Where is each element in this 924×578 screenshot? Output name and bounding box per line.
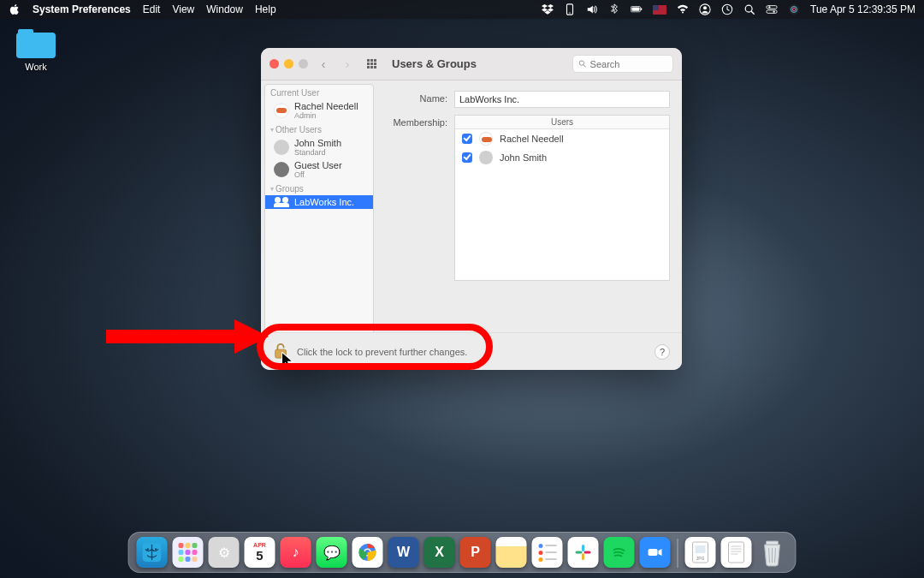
dock-app-slack[interactable] — [568, 537, 599, 568]
dock-app-powerpoint[interactable]: P — [460, 537, 491, 568]
dock: ⚙︎ APR5 ♪ 💬 W X P JPG — [128, 532, 797, 573]
dock-app-finder[interactable] — [137, 537, 168, 568]
svg-point-14 — [789, 4, 799, 15]
dock-app-excel[interactable]: X — [424, 537, 455, 568]
sidebar-current-user[interactable]: Rachel Needell Admin — [265, 99, 373, 122]
svg-rect-28 — [576, 551, 583, 554]
menu-edit[interactable]: Edit — [143, 3, 161, 15]
dock-file-jpg[interactable]: JPG — [685, 537, 716, 568]
member-row[interactable]: Rachel Needell — [455, 129, 669, 148]
user-name: Rachel Needell — [294, 101, 358, 111]
app-name[interactable]: System Preferences — [33, 3, 131, 15]
clock-icon[interactable] — [721, 3, 733, 15]
svg-marker-20 — [106, 319, 269, 354]
minimize-button[interactable] — [284, 59, 293, 69]
sidebar-header-current-user: Current User — [265, 85, 373, 99]
svg-point-6 — [703, 6, 707, 9]
dock-app-notes[interactable] — [496, 537, 527, 568]
user-role: Standard — [294, 148, 341, 157]
dock-app-music[interactable]: ♪ — [281, 537, 311, 568]
name-label: Name: — [386, 91, 447, 104]
apple-menu-icon[interactable] — [9, 3, 21, 15]
checkbox-icon[interactable] — [462, 134, 472, 144]
avatar-icon — [274, 103, 289, 118]
desktop-folder-label: Work — [10, 62, 62, 72]
menu-help[interactable]: Help — [255, 3, 276, 15]
menu-window[interactable]: Window — [206, 3, 243, 15]
users-and-groups-window: ‹ › Users & Groups Current User Rachel N… — [261, 48, 682, 370]
wifi-icon[interactable] — [677, 3, 689, 15]
sidebar-group-labworks[interactable]: LabWorks Inc. — [265, 195, 373, 209]
dock-file-text[interactable] — [721, 537, 752, 568]
dock-trash[interactable] — [757, 537, 788, 568]
sidebar-user-john[interactable]: John Smith Standard — [265, 136, 373, 158]
desktop-folder-work[interactable]: Work — [10, 29, 62, 72]
group-detail-panel: Name: Membership: Users Rachel Needell J… — [374, 80, 682, 370]
sidebar-user-guest[interactable]: Guest User Off — [265, 158, 373, 181]
membership-label: Membership: — [386, 115, 447, 128]
dock-app-launchpad[interactable] — [173, 537, 204, 568]
membership-column-header: Users — [455, 116, 669, 129]
dock-app-reminders[interactable] — [532, 537, 563, 568]
svg-rect-40 — [767, 541, 779, 545]
svg-rect-3 — [631, 8, 639, 11]
dock-app-zoom[interactable] — [640, 537, 671, 568]
user-icon[interactable] — [699, 3, 711, 15]
dock-app-chrome[interactable] — [352, 537, 383, 568]
help-button[interactable]: ? — [654, 344, 670, 360]
input-source-flag-icon[interactable] — [653, 5, 666, 15]
zoom-button[interactable] — [299, 59, 308, 69]
window-titlebar: ‹ › Users & Groups — [261, 48, 682, 80]
user-role: Off — [294, 170, 342, 179]
cursor-icon — [281, 352, 297, 369]
dock-app-settings[interactable]: ⚙︎ — [209, 537, 240, 568]
lock-button[interactable] — [273, 343, 288, 361]
svg-point-22 — [147, 548, 149, 550]
dock-app-spotify[interactable] — [604, 537, 635, 568]
svg-point-1 — [569, 12, 570, 13]
svg-rect-33 — [696, 545, 706, 553]
sidebar-header-groups[interactable]: Groups — [265, 181, 373, 195]
svg-point-13 — [773, 10, 775, 12]
svg-rect-30 — [584, 551, 591, 554]
svg-rect-4 — [641, 8, 642, 10]
member-row[interactable]: John Smith — [455, 148, 669, 167]
svg-rect-31 — [649, 549, 658, 556]
bluetooth-icon[interactable] — [608, 3, 620, 15]
group-name-input[interactable] — [454, 91, 670, 108]
control-center-icon[interactable] — [766, 3, 778, 15]
dock-app-calendar[interactable]: APR5 — [245, 537, 275, 568]
siri-icon[interactable] — [788, 3, 800, 15]
svg-rect-27 — [582, 545, 584, 551]
svg-rect-10 — [767, 6, 777, 9]
back-button[interactable]: ‹ — [315, 56, 332, 73]
window-title: Users & Groups — [392, 57, 477, 70]
sidebar-header-other-users[interactable]: Other Users — [265, 122, 373, 136]
search-input[interactable] — [590, 59, 667, 69]
member-name: Rachel Needell — [500, 134, 564, 144]
group-icon — [274, 197, 289, 207]
checkbox-icon[interactable] — [462, 152, 472, 163]
clock-datetime[interactable]: Tue Apr 5 12:39:35 PM — [810, 3, 915, 15]
svg-line-9 — [751, 11, 754, 14]
search-field[interactable] — [572, 55, 673, 73]
user-role: Admin — [294, 111, 358, 120]
spotlight-icon[interactable] — [743, 3, 755, 15]
forward-button[interactable]: › — [339, 56, 356, 73]
users-sidebar: Current User Rachel Needell Admin Other … — [264, 84, 374, 366]
volume-icon[interactable] — [586, 3, 598, 15]
menu-view[interactable]: View — [172, 3, 194, 15]
avatar-icon — [274, 162, 289, 177]
device-icon[interactable] — [564, 3, 576, 15]
svg-point-23 — [155, 548, 157, 550]
dock-app-messages[interactable]: 💬 — [317, 537, 347, 568]
battery-icon[interactable] — [631, 3, 643, 15]
dropbox-icon[interactable] — [542, 3, 554, 15]
show-all-button[interactable] — [363, 56, 380, 73]
close-button[interactable] — [270, 59, 279, 69]
dock-separator — [678, 539, 678, 568]
avatar-icon — [274, 140, 289, 155]
folder-icon — [16, 29, 56, 58]
menubar: System Preferences Edit View Window Help… — [0, 0, 924, 19]
dock-app-word[interactable]: W — [388, 537, 419, 568]
